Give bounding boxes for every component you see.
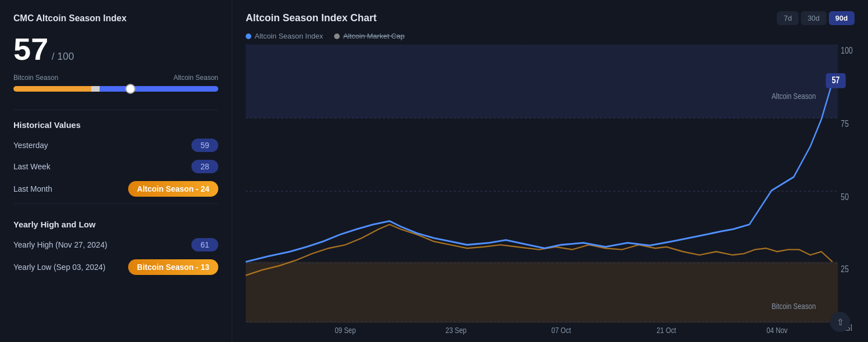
- left-panel: CMC Altcoin Season Index 57 / 100 Bitcoi…: [0, 0, 232, 342]
- svg-rect-0: [246, 45, 838, 118]
- hist-label-lastmonth: Last Month: [13, 184, 52, 193]
- svg-text:Altcoin Season: Altcoin Season: [772, 92, 816, 101]
- yearly-section-title: Yearly High and Low: [13, 220, 218, 229]
- score-denom: / 100: [51, 51, 74, 63]
- slider-thumb: [125, 84, 135, 94]
- yearly-low-label: Yearly Low (Sep 03, 2024): [13, 263, 105, 272]
- hist-label-yesterday: Yesterday: [13, 141, 48, 150]
- index-score: 57 / 100: [13, 34, 218, 65]
- yearly-low-value: Bitcoin Season - 13: [128, 259, 218, 275]
- legend-altcoin-index: Altcoin Season Index: [246, 32, 323, 40]
- svg-text:100: 100: [841, 46, 852, 56]
- time-btn-90d[interactable]: 90d: [829, 11, 855, 25]
- yearly-high-label: Yearly High (Nov 27, 2024): [13, 240, 107, 249]
- yearly-section: Yearly High and Low Yearly High (Nov 27,…: [13, 220, 218, 279]
- score-number: 57: [13, 34, 48, 65]
- hist-value-yesterday: 59: [191, 139, 218, 152]
- chart-legend: Altcoin Season Index Altcoin Market Cap: [246, 32, 855, 40]
- time-btn-7d[interactable]: 7d: [777, 11, 798, 25]
- hist-value-lastmonth: Altcoin Season - 24: [128, 181, 218, 197]
- svg-text:23 Sep: 23 Sep: [445, 326, 467, 335]
- chart-header: Altcoin Season Index Chart 7d 30d 90d: [246, 11, 855, 25]
- chart-area: 100 75 50 25 ASI Altcoin Season Bitcoin …: [246, 45, 855, 336]
- divider-1: [13, 110, 218, 110]
- svg-text:25: 25: [841, 264, 848, 274]
- chart-title: Altcoin Season Index Chart: [246, 12, 377, 24]
- chart-svg: 100 75 50 25 ASI Altcoin Season Bitcoin …: [246, 45, 855, 336]
- legend-dot-gray: [334, 34, 340, 39]
- time-buttons: 7d 30d 90d: [777, 11, 855, 25]
- legend-dot-blue: [246, 34, 251, 39]
- svg-text:75: 75: [841, 119, 848, 129]
- svg-text:50: 50: [841, 192, 848, 202]
- hist-row-lastmonth: Last Month Altcoin Season - 24: [13, 181, 218, 197]
- yearly-rows: Yearly High (Nov 27, 2024) 61 Yearly Low…: [13, 238, 218, 275]
- right-panel: Altcoin Season Index Chart 7d 30d 90d Al…: [232, 0, 868, 342]
- yearly-row-low: Yearly Low (Sep 03, 2024) Bitcoin Season…: [13, 259, 218, 275]
- yearly-row-high: Yearly High (Nov 27, 2024) 61: [13, 238, 218, 251]
- historical-section-title: Historical Values: [13, 120, 218, 130]
- historical-rows: Yesterday 59 Last Week 28 Last Month Alt…: [13, 139, 218, 197]
- hist-row-yesterday: Yesterday 59: [13, 139, 218, 152]
- svg-text:57: 57: [832, 75, 839, 86]
- svg-text:Bitcoin Season: Bitcoin Season: [772, 302, 816, 311]
- legend-label-altcoin: Altcoin Season Index: [255, 32, 323, 40]
- scroll-to-top-button[interactable]: ⇧: [830, 312, 850, 332]
- svg-text:09 Sep: 09 Sep: [335, 326, 356, 335]
- season-labels: Bitcoin Season Altcoin Season: [13, 74, 218, 82]
- yearly-high-value: 61: [191, 238, 218, 251]
- legend-market-cap: Altcoin Market Cap: [334, 32, 405, 40]
- altcoin-season-label: Altcoin Season: [173, 74, 218, 82]
- panel-title: CMC Altcoin Season Index: [13, 13, 218, 23]
- svg-rect-1: [246, 262, 838, 322]
- svg-text:04 Nov: 04 Nov: [767, 326, 788, 335]
- legend-label-marketcap: Altcoin Market Cap: [343, 32, 405, 40]
- season-slider-track: [13, 86, 218, 92]
- divider-2: [13, 203, 218, 204]
- svg-text:21 Oct: 21 Oct: [656, 326, 676, 335]
- hist-label-lastweek: Last Week: [13, 162, 50, 171]
- time-btn-30d[interactable]: 30d: [801, 11, 827, 25]
- svg-text:07 Oct: 07 Oct: [551, 326, 571, 335]
- bitcoin-season-label: Bitcoin Season: [13, 74, 58, 82]
- hist-row-lastweek: Last Week 28: [13, 160, 218, 173]
- hist-value-lastweek: 28: [191, 160, 218, 173]
